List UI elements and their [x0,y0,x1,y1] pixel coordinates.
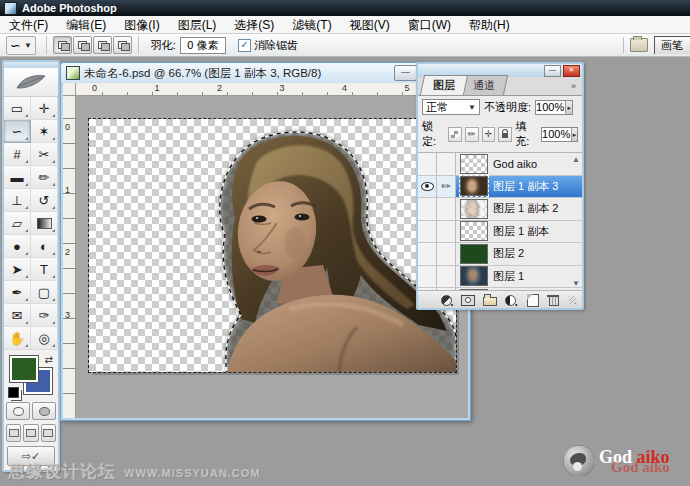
default-colors-icon[interactable] [8,387,19,398]
tool-zoom[interactable]: ◎ [31,327,58,350]
new-selection-button[interactable] [53,36,72,54]
opacity-field[interactable]: 100% ▸ [535,100,573,115]
tool-eraser[interactable]: ▱ [4,212,31,235]
layer-thumbnail[interactable] [460,176,488,196]
palette-menu-icon[interactable]: » [571,81,576,91]
link-cell[interactable] [437,198,456,220]
layer-thumbnail[interactable] [460,221,488,241]
scroll-up-icon[interactable]: ▲ [572,155,580,164]
new-group-icon[interactable] [483,294,495,306]
tool-pen[interactable]: ✒ [4,281,31,304]
tool-path-selection[interactable]: ➤ [4,258,31,281]
tool-history-brush[interactable]: ↺ [31,189,58,212]
menu-item-2[interactable]: 图像(I) [115,17,168,33]
link-cell[interactable] [437,221,456,243]
layer-row-1[interactable]: ✏图层 1 副本 3 [418,176,582,199]
link-cell[interactable] [437,153,456,175]
menu-item-6[interactable]: 视图(V) [341,17,399,33]
visibility-toggle[interactable] [418,198,437,220]
visibility-toggle[interactable] [418,243,437,265]
tab-layers[interactable]: 图层 [420,75,468,95]
quick-mask-mode-button[interactable] [32,402,56,420]
layer-thumbnail[interactable] [460,154,488,174]
new-layer-icon[interactable] [526,294,538,306]
foreground-color-swatch[interactable] [10,356,38,382]
layer-thumbnail[interactable] [460,289,488,291]
tool-hand[interactable]: ✋ [4,327,31,350]
visibility-toggle[interactable] [418,288,437,291]
antialias-checkbox[interactable]: ✓ [238,39,251,52]
palette-well-brushes-tab[interactable]: 画笔 [654,36,690,54]
fullscreen-menubar-button[interactable] [23,424,38,442]
tool-notes[interactable]: ✉ [4,304,31,327]
tool-blur[interactable]: ● [4,235,31,258]
tool-eyedropper[interactable]: ✑ [31,304,58,327]
visibility-toggle[interactable] [418,176,437,198]
layer-row-6[interactable]: 背景 [418,288,582,291]
blend-mode-select[interactable]: 正常 ▼ [422,99,480,115]
fill-spinner-icon[interactable]: ▸ [571,128,577,141]
new-adjustment-layer-icon[interactable] [504,294,516,306]
add-to-selection-button[interactable] [73,36,92,54]
layer-row-0[interactable]: God aiko [418,153,582,176]
document-titlebar[interactable]: 未命名-6.psd @ 66.7% (图层 1 副本 3, RGB/8) — □… [61,63,470,84]
swap-colors-icon[interactable]: ⇄ [45,354,53,365]
tool-brush[interactable]: ✏ [31,166,58,189]
tool-type[interactable]: T [31,258,58,281]
tool-move[interactable]: ✛ [31,97,58,120]
menu-item-8[interactable]: 帮助(H) [460,17,519,33]
palette-minimize-button[interactable]: — [544,65,561,77]
tool-gradient[interactable] [31,212,58,235]
tool-crop[interactable]: # [4,143,31,166]
visibility-toggle[interactable] [418,221,437,243]
layer-row-2[interactable]: 图层 1 副本 2 [418,198,582,221]
resize-grip[interactable] [569,296,576,304]
tool-rectangular-marquee[interactable]: ▭ [4,97,31,120]
scroll-down-icon[interactable]: ▼ [572,279,580,288]
layer-row-3[interactable]: 图层 1 副本 [418,221,582,244]
menu-item-5[interactable]: 滤镜(T) [283,17,340,33]
layer-row-5[interactable]: 图层 1 [418,266,582,289]
minimize-button[interactable]: — [394,65,417,81]
menu-item-4[interactable]: 选择(S) [225,17,283,33]
lock-paint-icon[interactable]: ✏ [465,127,479,142]
tool-magic-wand[interactable]: ✶ [31,120,58,143]
opacity-spinner-icon[interactable]: ▸ [565,101,572,114]
link-cell[interactable] [437,243,456,265]
layer-thumbnail[interactable] [460,199,488,219]
file-browser-icon[interactable] [630,38,648,52]
menu-item-7[interactable]: 窗口(W) [399,17,460,33]
lock-all-icon[interactable] [498,127,512,142]
lock-position-icon[interactable]: ✛ [482,127,496,142]
delete-layer-icon[interactable] [547,294,559,306]
feather-input[interactable] [180,37,226,54]
subtract-from-selection-button[interactable] [93,36,112,54]
visibility-toggle[interactable] [418,266,437,288]
tool-clone-stamp[interactable]: ⊥ [4,189,31,212]
visibility-toggle[interactable] [418,153,437,175]
add-layer-mask-icon[interactable] [461,294,473,306]
layer-thumbnail[interactable] [460,244,488,264]
menu-item-0[interactable]: 文件(F) [0,17,57,33]
menu-item-1[interactable]: 编辑(E) [57,17,115,33]
fill-field[interactable]: 100% ▸ [541,127,578,142]
tool-lasso[interactable]: ∽ [4,120,31,143]
intersect-selection-button[interactable] [113,36,132,54]
tool-healing-brush[interactable]: ▬ [4,166,31,189]
tool-dodge[interactable]: ◐ [31,235,58,258]
fullscreen-button[interactable] [41,424,56,442]
standard-mode-button[interactable] [6,402,30,420]
layer-style-icon[interactable] [440,294,452,306]
palette-close-button[interactable]: ✕ [563,65,580,77]
link-cell[interactable] [437,288,456,291]
canvas[interactable] [89,119,456,372]
layer-row-4[interactable]: 图层 2 [418,243,582,266]
lock-transparency-icon[interactable] [448,127,462,142]
tool-slice[interactable]: ✂ [31,143,58,166]
tool-shape[interactable]: ▢ [31,281,58,304]
layer-thumbnail[interactable] [460,266,488,286]
link-cell[interactable]: ✏ [437,176,456,198]
tool-preset-picker[interactable]: ∽ ▼ [6,36,36,55]
menu-item-3[interactable]: 图层(L) [169,17,226,33]
link-cell[interactable] [437,266,456,288]
